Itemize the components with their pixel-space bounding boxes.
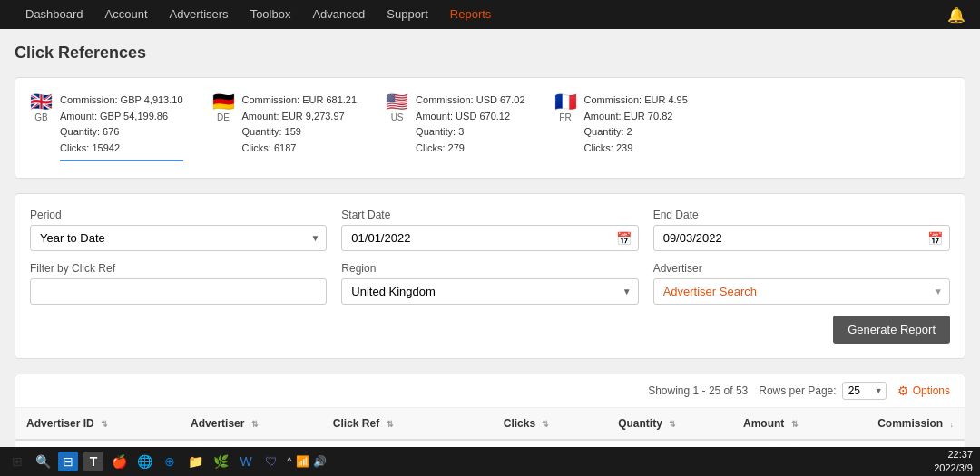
table-header: Advertiser ID ⇅ Advertiser ⇅ Click Ref ⇅… (15, 408, 965, 440)
taskbar-t-icon[interactable]: T (83, 452, 103, 471)
filter-period: Period Year to Date ▼ (30, 209, 327, 251)
stat-us-clicks: Clicks: 279 (416, 141, 524, 157)
nav-toolbox[interactable]: Toolbox (240, 0, 302, 29)
stat-fr-commission: Commission: EUR 4.95 (584, 92, 688, 109)
table-toolbar: Showing 1 - 25 of 53 Rows per Page: 25 5… (15, 374, 965, 408)
region-select[interactable]: United Kingdom Germany United States Fra… (341, 278, 638, 305)
stat-gb-amount: Amount: GBP 54,199.86 (60, 109, 183, 125)
generate-report-button[interactable]: Generate Report (833, 316, 950, 344)
col-commission-sort-icon: ↓ (950, 420, 955, 429)
taskbar-leaf-icon[interactable]: 🌿 (211, 452, 230, 471)
col-commission-label: Commission (877, 417, 943, 430)
rows-per-page-label: Rows per Page: (759, 384, 836, 397)
main-content: Click References 🇬🇧 GB Commission: GBP 4… (0, 29, 980, 476)
clock-date: 2022/3/9 (934, 461, 973, 475)
showing-text: Showing 1 - 25 of 53 (648, 384, 748, 397)
options-button[interactable]: ⚙ Options (897, 384, 950, 398)
stat-fr-quantity: Quantity: 2 (584, 124, 688, 141)
stat-de-quantity: Quantity: 159 (242, 124, 358, 141)
stat-us-info: Commission: USD 67.02 Amount: USD 670.12… (416, 92, 524, 156)
click-ref-label: Filter by Click Ref (30, 262, 327, 275)
col-clicks[interactable]: Clicks ⇅ (453, 408, 561, 440)
taskbar-task-icon[interactable]: ⊟ (58, 452, 78, 471)
flag-gb: 🇬🇧 (30, 92, 53, 111)
stat-de-info: Commission: EUR 681.21 Amount: EUR 9,273… (242, 92, 358, 156)
stat-us: 🇺🇸 US Commission: USD 67.02 Amount: USD … (386, 92, 524, 163)
period-select-wrapper: Year to Date ▼ (30, 225, 327, 251)
taskbar: ⊞ 🔍 ⊟ T 🍎 🌐 ⊕ 📁 🌿 W 🛡 ^ 📶 🔊 22:37 2022/3… (0, 447, 980, 476)
col-amount[interactable]: Amount ⇅ (687, 408, 808, 440)
filter-actions: Generate Report (30, 316, 950, 344)
taskbar-word-icon[interactable]: W (236, 452, 256, 471)
options-label: Options (913, 384, 950, 397)
col-advertiser[interactable]: Advertiser ⇅ (180, 408, 322, 440)
col-clicks-sort-icon: ⇅ (542, 420, 549, 429)
col-click-ref[interactable]: Click Ref ⇅ (322, 408, 453, 440)
end-date-label: End Date (653, 209, 950, 221)
click-ref-input[interactable] (30, 278, 327, 305)
start-date-wrapper: 📅 (341, 225, 638, 251)
flag-us: 🇺🇸 (386, 92, 408, 111)
col-amount-sort-icon: ⇅ (791, 420, 799, 429)
nav-support[interactable]: Support (376, 0, 439, 29)
rows-per-page-control: Rows per Page: 25 50 100 ▼ (759, 382, 886, 400)
stat-de-commission: Commission: EUR 681.21 (242, 92, 358, 109)
taskbar-wifi-icon[interactable]: 📶 (296, 455, 309, 468)
period-select[interactable]: Year to Date (30, 225, 327, 251)
taskbar-start-icon[interactable]: ⊞ (7, 452, 27, 471)
nav-advanced[interactable]: Advanced (301, 0, 376, 29)
advertiser-search-wrapper: ▼ (653, 278, 950, 305)
col-quantity-sort-icon: ⇅ (669, 420, 676, 429)
stat-de: 🇩🇪 DE Commission: EUR 681.21 Amount: EUR… (212, 92, 358, 163)
filter-end-date: End Date 📅 (653, 209, 950, 251)
col-advertiser-id[interactable]: Advertiser ID ⇅ (15, 408, 180, 440)
stat-de-clicks: Clicks: 6187 (242, 141, 358, 157)
start-date-input[interactable] (341, 225, 638, 251)
nav-reports[interactable]: Reports (439, 0, 503, 29)
page-title: Click References (15, 44, 965, 63)
flag-fr: 🇫🇷 (554, 92, 577, 111)
taskbar-chrome-icon[interactable]: 🌐 (134, 452, 154, 471)
col-commission[interactable]: Commission ↓ (809, 408, 965, 440)
period-label: Period (30, 209, 327, 221)
filter-click-ref: Filter by Click Ref (30, 262, 327, 305)
nav-account[interactable]: Account (94, 0, 159, 29)
flag-de: 🇩🇪 (212, 92, 235, 111)
code-fr: FR (559, 112, 571, 122)
bell-icon[interactable]: 🔔 (947, 6, 965, 24)
taskbar-sound-icon[interactable]: 🔊 (313, 455, 327, 468)
stat-fr: 🇫🇷 FR Commission: EUR 4.95 Amount: EUR 7… (554, 92, 688, 163)
region-label: Region (341, 262, 638, 275)
end-date-input[interactable] (653, 225, 950, 251)
col-quantity[interactable]: Quantity ⇅ (560, 408, 687, 440)
stat-fr-clicks: Clicks: 239 (584, 141, 688, 157)
taskbar-up-icon[interactable]: ^ (287, 455, 292, 468)
code-de: DE (217, 112, 230, 122)
stat-us-commission: Commission: USD 67.02 (416, 92, 524, 109)
taskbar-edge-icon[interactable]: ⊕ (160, 452, 180, 471)
gear-icon: ⚙ (897, 384, 909, 398)
taskbar-folder-icon[interactable]: 📁 (185, 452, 205, 471)
stat-de-amount: Amount: EUR 9,273.97 (242, 109, 358, 125)
stats-card: 🇬🇧 GB Commission: GBP 4,913.10 Amount: G… (15, 77, 965, 179)
filter-region: Region United Kingdom Germany United Sta… (341, 262, 638, 305)
col-advertiser-sort-icon: ⇅ (251, 420, 259, 429)
taskbar-clock[interactable]: 22:37 2022/3/9 (934, 448, 973, 476)
stat-gb-quantity: Quantity: 676 (60, 124, 183, 141)
col-advertiser-id-sort-icon: ⇅ (101, 420, 108, 429)
nav-advertisers[interactable]: Advertisers (159, 0, 240, 29)
taskbar-shield-icon[interactable]: 🛡 (261, 452, 281, 471)
nav-dashboard[interactable]: Dashboard (15, 0, 94, 29)
col-clicks-label: Clicks (504, 417, 535, 430)
stat-gb-info: Commission: GBP 4,913.10 Amount: GBP 54,… (60, 92, 183, 161)
taskbar-apple-icon[interactable]: 🍎 (109, 452, 129, 471)
rows-per-page-select[interactable]: 25 50 100 (842, 382, 887, 400)
stat-gb-clicks: Clicks: 15942 (60, 141, 183, 157)
col-quantity-label: Quantity (618, 417, 662, 430)
top-nav: Dashboard Account Advertisers Toolbox Ad… (0, 0, 980, 29)
stat-us-amount: Amount: USD 670.12 (416, 109, 524, 125)
stat-fr-info: Commission: EUR 4.95 Amount: EUR 70.82 Q… (584, 92, 688, 156)
region-select-wrapper: United Kingdom Germany United States Fra… (341, 278, 638, 305)
taskbar-search-icon[interactable]: 🔍 (33, 452, 53, 471)
advertiser-search-input[interactable] (653, 278, 950, 305)
